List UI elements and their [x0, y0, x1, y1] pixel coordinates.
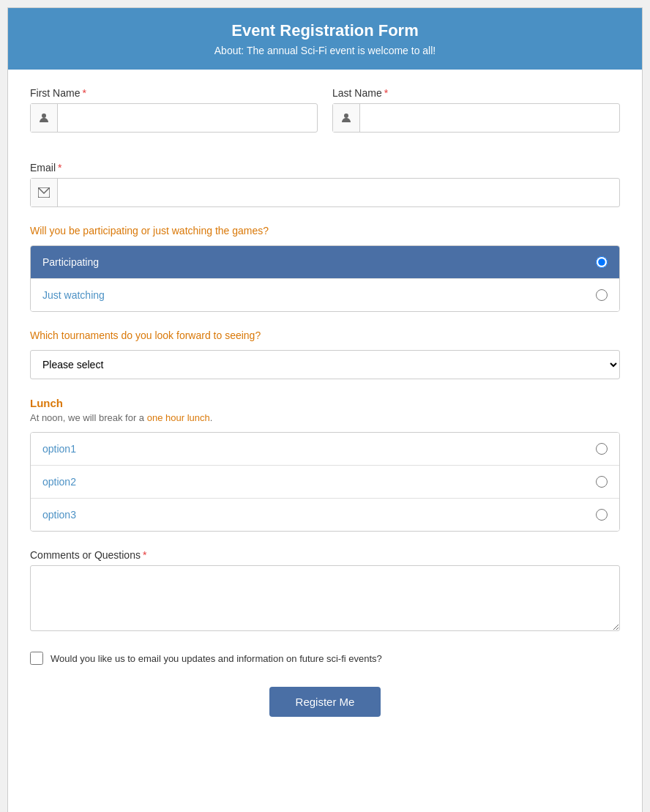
lunch-subtitle-after: .	[210, 412, 213, 423]
last-name-input[interactable]	[360, 104, 619, 132]
first-name-input-wrapper	[30, 103, 318, 133]
submit-row: Register Me	[30, 687, 620, 717]
email-icon	[31, 179, 58, 206]
lunch-section: Lunch At noon, we will break for a one h…	[30, 397, 620, 532]
first-name-person-icon	[31, 104, 58, 132]
lunch-radio-group: option1 option2 option3	[30, 432, 620, 532]
lunch-option-1-label: option1	[42, 443, 76, 455]
first-name-label: First Name*	[30, 87, 318, 99]
last-name-group: Last Name*	[332, 87, 620, 133]
watching-radio[interactable]	[596, 289, 608, 301]
form-container: Event Registration Form About: The annua…	[7, 7, 643, 812]
lunch-option-2-label: option2	[42, 476, 76, 488]
tournament-section: Which tournaments do you look forward to…	[30, 329, 620, 379]
first-name-required: *	[82, 87, 86, 99]
participating-label: Participating	[42, 256, 99, 268]
first-name-input[interactable]	[58, 104, 317, 132]
comments-textarea-wrapper	[30, 565, 620, 634]
lunch-radio-3[interactable]	[596, 509, 608, 521]
participation-option-watching[interactable]: Just watching	[31, 279, 619, 311]
tournament-select[interactable]: Please select Tournament A Tournament B …	[30, 350, 620, 379]
lunch-subtitle-highlight: one hour lunch	[147, 412, 210, 423]
watching-label: Just watching	[42, 289, 105, 301]
email-required: *	[58, 162, 61, 174]
name-row: First Name* Last Name*	[30, 87, 620, 147]
participation-question: Will you be participating or just watchi…	[30, 225, 620, 236]
last-name-label: Last Name*	[332, 87, 620, 99]
tournament-question: Which tournaments do you look forward to…	[30, 329, 620, 341]
comments-label: Comments or Questions*	[30, 549, 620, 561]
form-body: First Name* Last Name*	[8, 70, 642, 746]
lunch-radio-2[interactable]	[596, 476, 608, 488]
lunch-option-1[interactable]: option1	[31, 433, 619, 466]
participation-section: Will you be participating or just watchi…	[30, 225, 620, 312]
first-name-group: First Name*	[30, 87, 318, 133]
form-title: Event Registration Form	[23, 21, 627, 40]
participating-radio[interactable]	[596, 256, 608, 268]
email-updates-row: Would you like us to email you updates a…	[30, 652, 620, 665]
lunch-option-2[interactable]: option2	[31, 466, 619, 499]
email-label: Email*	[30, 162, 620, 174]
comments-required: *	[143, 549, 146, 561]
email-updates-checkbox[interactable]	[30, 652, 43, 665]
email-group: Email*	[30, 162, 620, 207]
comments-textarea[interactable]	[30, 565, 620, 631]
comments-section: Comments or Questions*	[30, 549, 620, 634]
lunch-option-3[interactable]: option3	[31, 499, 619, 531]
form-header: Event Registration Form About: The annua…	[8, 8, 642, 70]
register-button[interactable]: Register Me	[269, 687, 381, 717]
participation-option-participating[interactable]: Participating	[31, 246, 619, 279]
email-updates-label: Would you like us to email you updates a…	[51, 653, 382, 664]
form-subtitle: About: The annual Sci-Fi event is welcom…	[23, 45, 627, 56]
tournament-select-wrapper: Please select Tournament A Tournament B …	[30, 350, 620, 379]
svg-point-1	[344, 113, 348, 118]
participation-radio-group: Participating Just watching	[30, 245, 620, 312]
email-input-wrapper	[30, 178, 620, 207]
last-name-required: *	[384, 87, 388, 99]
svg-point-0	[42, 113, 46, 118]
lunch-radio-1[interactable]	[596, 443, 608, 455]
lunch-title: Lunch	[30, 397, 620, 409]
last-name-person-icon	[333, 104, 360, 132]
lunch-subtitle-before: At noon, we will break for a	[30, 412, 147, 423]
email-input[interactable]	[58, 179, 619, 206]
last-name-input-wrapper	[332, 103, 620, 133]
lunch-option-3-label: option3	[42, 509, 76, 521]
lunch-subtitle: At noon, we will break for a one hour lu…	[30, 412, 620, 423]
